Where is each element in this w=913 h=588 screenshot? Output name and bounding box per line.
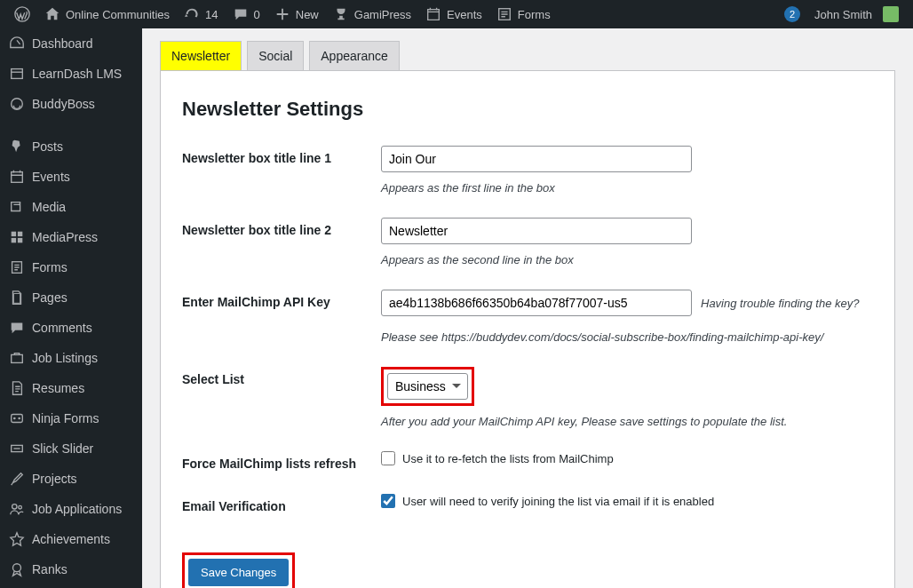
svg-rect-11 [12,354,23,362]
media-icon [9,199,25,215]
sidebar-item-dashboard[interactable]: Dashboard [0,28,142,59]
save-highlight: Save Changes [182,552,295,588]
new-label: New [296,8,319,21]
sidebar-item-slickslider[interactable]: Slick Slider [0,433,142,464]
sidebar-item-label: LearnDash LMS [32,67,122,81]
tab-newsletter[interactable]: Newsletter [160,41,242,70]
site-link[interactable]: Online Communities [37,0,177,28]
list-label: Select List [182,367,381,386]
svg-point-13 [13,417,16,420]
sidebar-item-jobapps[interactable]: Job Applications [0,494,142,524]
sidebar-item-buddyboss[interactable]: BuddyBoss [0,89,142,119]
sidebar-item-achievements[interactable]: Achievements [0,524,142,554]
svg-rect-4 [12,172,23,183]
sidebar-item-label: Media [32,200,66,214]
sidebar-item-label: Achievements [32,532,110,546]
sidebar-item-label: Posts [32,139,63,154]
new-link[interactable]: New [267,0,326,28]
sidebar-item-learndash[interactable]: LearnDash LMS [0,59,142,89]
comments-count: 0 [254,8,260,21]
notifications-link[interactable]: 2 [777,0,807,28]
trophy-icon [333,6,349,22]
sidebar-item-label: Forms [32,260,67,274]
sidebar-item-label: Job Applications [32,502,122,516]
sidebar-item-label: Job Listings [32,351,98,365]
events-label: Events [447,8,482,21]
apikey-desc: Having trouble finding the key? [701,297,860,310]
user-name: John Smith [814,8,872,21]
svg-rect-8 [12,238,16,242]
line1-input[interactable] [381,146,692,172]
sidebar-item-projects[interactable]: Projects [0,464,142,494]
learndash-icon [9,66,25,82]
sidebar-item-label: MediaPress [32,230,98,244]
updates-count: 14 [205,8,218,21]
sidebar-item-comments[interactable]: Comments [0,313,142,343]
star-icon [9,531,25,547]
svg-point-14 [18,417,20,420]
verify-label: Email Verification [182,494,381,513]
forms-icon [9,259,25,275]
list-select[interactable]: Business [387,373,468,400]
sidebar-item-joblistings[interactable]: Job Listings [0,343,142,373]
sidebar-item-media[interactable]: Media [0,192,142,222]
sidebar-item-label: Projects [32,472,77,486]
calendar-icon [425,6,441,22]
list-desc: After you add your MailChimp API key, Pl… [381,415,787,428]
form-icon [496,6,512,22]
apikey-input[interactable] [381,290,692,316]
medal-icon [9,561,25,577]
ninja-icon [9,410,25,426]
updates-link[interactable]: 14 [177,0,225,28]
wp-logo[interactable] [7,0,37,28]
comment-icon [233,6,249,22]
verify-checkbox[interactable] [381,494,395,508]
line1-label: Newsletter box title line 1 [182,146,381,165]
sidebar-item-events[interactable]: Events [0,162,142,192]
line2-input[interactable] [381,218,692,244]
page-title: Newsletter Settings [182,98,873,121]
events-link[interactable]: Events [418,0,489,28]
user-link[interactable]: John Smith [807,0,906,28]
sidebar-item-ninjaforms[interactable]: Ninja Forms [0,403,142,433]
svg-rect-2 [12,69,23,79]
refresh-checkbox[interactable] [381,451,395,465]
comment-icon [9,320,25,336]
sidebar-item-mediapress[interactable]: MediaPress [0,222,142,252]
sidebar-item-pages[interactable]: Pages [0,282,142,313]
brush-icon [9,471,25,487]
verify-desc: User will need to verify joining the lis… [402,495,714,508]
people-icon [9,501,25,517]
refresh-label: Force MailChimp lists refresh [182,451,381,471]
svg-point-5 [19,203,20,205]
svg-point-3 [12,99,23,110]
comments-link[interactable]: 0 [226,0,267,28]
sidebar-item-label: Ranks [32,562,67,576]
gamipress-link[interactable]: GamiPress [326,0,418,28]
apikey-label: Enter MailChimp API Key [182,290,381,309]
adminbar: Online Communities 14 0 New GamiPress Ev… [0,0,913,28]
content: Newsletter Social Appearance Newsletter … [142,28,913,588]
site-name: Online Communities [66,8,170,21]
sidebar-item-posts[interactable]: Posts [0,131,142,162]
sidebar-item-label: Events [32,170,70,184]
svg-point-16 [12,505,17,509]
update-icon [184,6,200,22]
forms-link[interactable]: Forms [489,0,558,28]
svg-rect-6 [12,232,16,236]
mediapress-icon [9,229,25,245]
tab-social[interactable]: Social [247,41,304,70]
sidebar-item-ranks[interactable]: Ranks [0,554,142,584]
gamipress-label: GamiPress [354,8,411,21]
sidebar-item-resumes[interactable]: Resumes [0,373,142,403]
svg-rect-9 [18,238,22,242]
tab-appearance[interactable]: Appearance [309,41,400,70]
sidebar-item-forms[interactable]: Forms [0,252,142,282]
dashboard-icon [9,36,25,52]
sidebar-item-label: BuddyBoss [32,97,95,111]
tabs: Newsletter Social Appearance [142,28,913,70]
notif-badge: 2 [784,6,800,22]
sidebar-item-label: Ninja Forms [32,411,99,425]
save-button[interactable]: Save Changes [188,559,289,586]
sidebar-item-label: Pages [32,290,67,305]
